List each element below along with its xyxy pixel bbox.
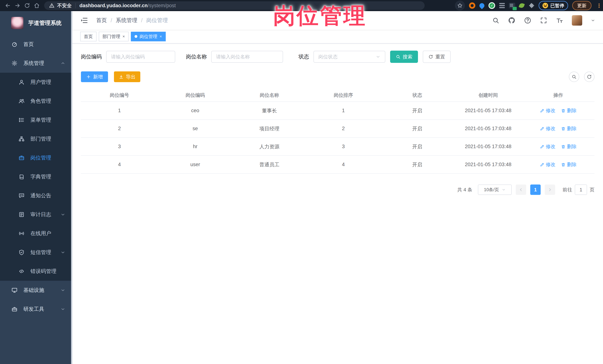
edit-link[interactable]: 修改 xyxy=(540,107,556,114)
status-select[interactable]: 岗位状态 xyxy=(313,51,385,63)
breadcrumb-separator: / xyxy=(141,17,142,23)
next-page-button[interactable] xyxy=(545,185,555,195)
extension-terminal-icon[interactable] xyxy=(509,3,515,8)
refresh-icon xyxy=(428,54,433,59)
browser-reload-button[interactable] xyxy=(22,1,32,10)
security-label: 不安全 xyxy=(57,2,72,9)
extension-location-pin-icon[interactable] xyxy=(478,2,485,9)
page-tab[interactable]: 岗位管理 × xyxy=(131,32,166,41)
table-row[interactable]: 1 ceo 董事长 1 开启 2021-01-05 17:03:48 修改 xyxy=(81,102,594,120)
table-row[interactable]: 4 user 普通员工 4 开启 2021-01-05 17:03:48 修改 xyxy=(81,156,594,174)
sidebar-submenu-item[interactable]: 短信管理 xyxy=(0,243,72,262)
extension-green-check-icon[interactable]: ✓ xyxy=(488,2,495,9)
sidebar-toggle-hamburger-icon[interactable] xyxy=(80,16,88,24)
sidebar-submenu-item[interactable]: 审计日志 xyxy=(0,205,72,224)
fullscreen-icon[interactable] xyxy=(540,17,547,24)
post-code-input[interactable] xyxy=(106,51,175,63)
browser-back-button[interactable] xyxy=(3,1,13,10)
page-tab[interactable]: 首页 × xyxy=(80,32,96,41)
add-button[interactable]: 新增 xyxy=(81,71,108,82)
sidebar-menu-item[interactable]: 研发工具 xyxy=(0,300,72,319)
sidebar: 芋道管理系统 首页 系统管理 xyxy=(0,11,72,364)
url-path: /system/post xyxy=(148,3,176,9)
github-icon[interactable] xyxy=(508,17,515,24)
not-secure-warning-icon xyxy=(49,3,55,8)
avatar-caret-down-icon[interactable] xyxy=(591,18,595,23)
browser-home-button[interactable] xyxy=(32,1,42,10)
cell-operations: 修改 删除 xyxy=(522,125,594,132)
prev-page-button[interactable] xyxy=(516,185,526,195)
tab-close-icon[interactable]: × xyxy=(160,34,162,39)
delete-link[interactable]: 删除 xyxy=(561,143,577,150)
refresh-table-round-button[interactable] xyxy=(584,72,594,82)
table-row[interactable]: 3 hr 人力资源 3 开启 2021-01-05 17:03:48 修改 xyxy=(81,138,594,156)
breadcrumb-item[interactable]: 首页 / xyxy=(96,17,116,24)
current-page-button[interactable]: 1 xyxy=(530,185,541,195)
user-avatar[interactable] xyxy=(572,15,582,26)
extension-orange-ring-icon[interactable] xyxy=(469,2,475,9)
user-icon xyxy=(19,79,24,85)
browser-address-bar[interactable]: 不安全 dashboard.yudao.iocoder.cn/system/po… xyxy=(44,1,425,10)
edit-link[interactable]: 修改 xyxy=(540,143,556,150)
sidebar-submenu-item[interactable]: 错误码管理 xyxy=(0,262,72,281)
table-header-cell: 岗位名称 xyxy=(232,92,306,99)
sidebar-submenu-item[interactable]: 用户管理 xyxy=(0,73,72,92)
sidebar-submenu-item[interactable]: 在线用户 xyxy=(0,224,72,243)
sidebar-menu: 首页 系统管理 xyxy=(0,35,72,73)
page-size-select[interactable]: 10条/页 xyxy=(478,185,512,195)
cell-created-time: 2021-01-05 17:03:48 xyxy=(454,108,522,113)
delete-link[interactable]: 删除 xyxy=(561,107,577,114)
toggle-search-round-button[interactable] xyxy=(569,72,579,82)
post-name-input[interactable] xyxy=(211,51,283,63)
docs-question-icon[interactable] xyxy=(524,17,531,24)
edit-icon xyxy=(540,144,544,149)
active-tab-dot xyxy=(135,35,137,38)
edit-link[interactable]: 修改 xyxy=(540,125,556,132)
page-tab[interactable]: 部门管理 × xyxy=(99,32,129,41)
cell-post-id: 4 xyxy=(81,162,158,167)
cell-created-time: 2021-01-05 17:03:48 xyxy=(454,162,522,167)
profile-paused-badge[interactable]: 已暂停 xyxy=(539,1,568,10)
extension-leaf-icon[interactable] xyxy=(519,2,525,9)
chevron-icon xyxy=(60,61,65,66)
shield-icon xyxy=(19,249,24,255)
export-button[interactable]: 导出 xyxy=(114,71,140,82)
browser-forward-button[interactable] xyxy=(13,1,22,10)
table-row[interactable]: 2 se 项目经理 2 开启 2021-01-05 17:03:48 修改 xyxy=(81,120,594,138)
header-search-icon[interactable] xyxy=(492,17,499,24)
delete-link[interactable]: 删除 xyxy=(561,161,577,168)
browser-menu-kebab-icon[interactable]: ⋮ xyxy=(596,2,600,9)
toolbox-icon xyxy=(12,306,17,312)
breadcrumb-item[interactable]: 系统管理 / xyxy=(116,17,146,24)
edit-icon xyxy=(540,162,544,167)
table-header-row: 岗位编号 岗位编码 岗位名称 岗位排序 状态 创建时间 操作 xyxy=(81,89,594,102)
search-button[interactable]: 搜索 xyxy=(390,51,418,63)
post-name-label: 岗位名称 xyxy=(186,53,207,60)
sidebar-submenu-item[interactable]: 角色管理 xyxy=(0,92,72,110)
font-size-icon[interactable] xyxy=(556,17,563,24)
extension-gray-bars-icon[interactable] xyxy=(499,3,505,8)
sidebar-submenu-item[interactable]: 岗位管理 xyxy=(0,148,72,167)
tab-close-icon[interactable]: × xyxy=(123,34,125,39)
table-header-cell: 岗位排序 xyxy=(306,92,380,99)
pagination-bar: 共 4 条 10条/页 1 前往 页 xyxy=(81,185,594,202)
extensions-puzzle-icon[interactable] xyxy=(528,2,534,9)
sidebar-menu-item[interactable]: 基础设施 xyxy=(0,281,72,300)
sidebar-menu-item[interactable]: 系统管理 xyxy=(0,54,72,73)
table-header-cell: 操作 xyxy=(522,92,594,99)
reset-button[interactable]: 重置 xyxy=(423,51,451,63)
sidebar-submenu-item[interactable]: 菜单管理 xyxy=(0,110,72,129)
sidebar-submenu-item[interactable]: 通知公告 xyxy=(0,186,72,205)
sidebar-submenu-item[interactable]: 部门管理 xyxy=(0,129,72,148)
browser-update-button[interactable]: 更新 xyxy=(572,1,591,10)
goto-page-input[interactable] xyxy=(575,185,587,195)
cell-operations: 修改 删除 xyxy=(522,161,594,168)
bookmark-star-icon[interactable] xyxy=(455,0,465,11)
message-icon xyxy=(19,193,24,199)
breadcrumb-item[interactable]: 岗位管理 / xyxy=(146,17,168,24)
sidebar-menu-item[interactable]: 首页 xyxy=(0,35,72,54)
edit-link[interactable]: 修改 xyxy=(540,161,556,168)
sidebar-submenu-item[interactable]: 字典管理 xyxy=(0,167,72,186)
delete-link[interactable]: 删除 xyxy=(561,125,577,132)
app-logo-row[interactable]: 芋道管理系统 xyxy=(0,11,72,35)
